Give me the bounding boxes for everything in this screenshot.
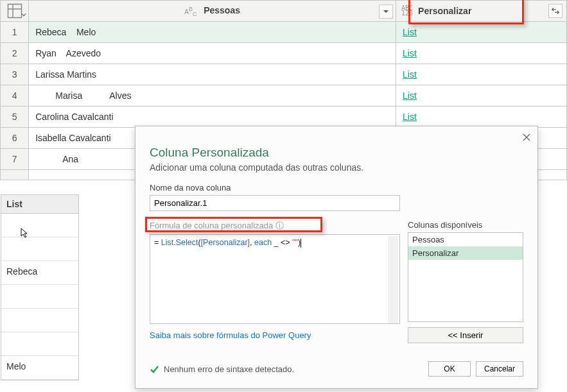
expand-button[interactable]: [548, 4, 563, 18]
table-row[interactable]: 1 Rebeca Melo List: [1, 22, 567, 43]
list-item[interactable]: [1, 332, 78, 356]
row-header[interactable]: 7: [1, 149, 29, 170]
cell-pessoas[interactable]: Marisa Alves: [29, 85, 396, 107]
cell-personalizar[interactable]: List: [396, 107, 567, 128]
list-preview-header: List: [1, 195, 78, 214]
cell-personalizar[interactable]: List: [396, 64, 567, 85]
row-header[interactable]: 4: [1, 85, 29, 107]
available-column-item[interactable]: Pessoas: [408, 233, 523, 246]
table-row[interactable]: 2 Ryan Azevedo List: [1, 43, 567, 64]
cursor-icon: [20, 228, 30, 238]
row-header[interactable]: 3: [1, 64, 29, 85]
list-item[interactable]: Melo: [1, 356, 78, 380]
available-columns-list[interactable]: Pessoas Personalizar: [408, 232, 523, 322]
type-any-icon: ABC123: [400, 6, 414, 16]
filter-button-pessoas[interactable]: [379, 4, 393, 19]
text-caret: [301, 239, 301, 248]
column-label: Personalizar: [418, 6, 471, 16]
cell-pessoas[interactable]: Rebeca Melo: [29, 22, 396, 43]
row-header[interactable]: 6: [1, 128, 29, 149]
learn-more-link[interactable]: Saiba mais sobre fórmulas do Power Query: [150, 330, 311, 340]
list-item[interactable]: [1, 309, 78, 332]
column-header-pessoas[interactable]: ABC Pessoas: [29, 1, 396, 22]
cell-personalizar[interactable]: List: [396, 43, 567, 64]
select-all-header[interactable]: [1, 1, 29, 22]
cell-personalizar[interactable]: List: [396, 22, 567, 43]
cell-pessoas[interactable]: Ryan Azevedo: [29, 43, 396, 64]
table-icon: [7, 3, 22, 19]
dialog-title: Coluna Personalizada: [150, 146, 523, 160]
cell-personalizar[interactable]: List: [396, 85, 567, 107]
svg-rect-0: [8, 4, 21, 18]
available-columns-label: Colunas disponíveis: [408, 220, 523, 230]
custom-column-dialog: Coluna Personalizada Adicionar uma colun…: [135, 126, 538, 389]
dialog-subtitle: Adicionar uma coluna computada das outra…: [150, 162, 523, 173]
column-label: Pessoas: [204, 5, 240, 15]
list-item[interactable]: [1, 285, 78, 309]
insert-column-button[interactable]: << Inserir: [408, 327, 523, 343]
name-field-label: Nome da nova coluna: [150, 183, 523, 192]
table-row[interactable]: 5 Carolina Cavalcanti List: [1, 107, 567, 128]
table-row[interactable]: 3 Larissa Martins List: [1, 64, 567, 85]
formula-editor[interactable]: = List.Select([Personalizar], each _ <> …: [150, 234, 400, 324]
list-item[interactable]: [1, 237, 78, 261]
ok-button[interactable]: OK: [428, 361, 471, 377]
new-column-name-input[interactable]: [150, 195, 400, 211]
check-icon: [150, 364, 159, 373]
formula-field-label: Fórmula de coluna personalizada ⓘ: [150, 220, 400, 232]
list-item[interactable]: Rebeca: [1, 261, 78, 285]
type-text-icon: ABC: [184, 6, 198, 17]
list-item[interactable]: [1, 214, 78, 237]
info-icon: ⓘ: [275, 221, 284, 230]
column-header-personalizar[interactable]: ABC123 Personalizar: [396, 1, 567, 22]
table-row[interactable]: 4 Marisa Alves List: [1, 85, 567, 107]
syntax-status-message: Nenhum erro de sintaxe detectado.: [164, 364, 294, 374]
row-header[interactable]: 2: [1, 43, 29, 64]
chevron-down-icon: [21, 9, 26, 19]
cell-pessoas[interactable]: Carolina Cavalcanti: [29, 107, 396, 128]
scrollbar[interactable]: [388, 236, 398, 323]
available-column-item[interactable]: Personalizar: [408, 246, 523, 260]
row-header[interactable]: [1, 170, 29, 180]
list-preview-panel: List Rebeca Melo: [1, 194, 79, 380]
cell-pessoas[interactable]: Larissa Martins: [29, 64, 396, 85]
cancel-button[interactable]: Cancelar: [476, 361, 523, 377]
row-header[interactable]: 1: [1, 22, 29, 43]
row-header[interactable]: 5: [1, 107, 29, 128]
